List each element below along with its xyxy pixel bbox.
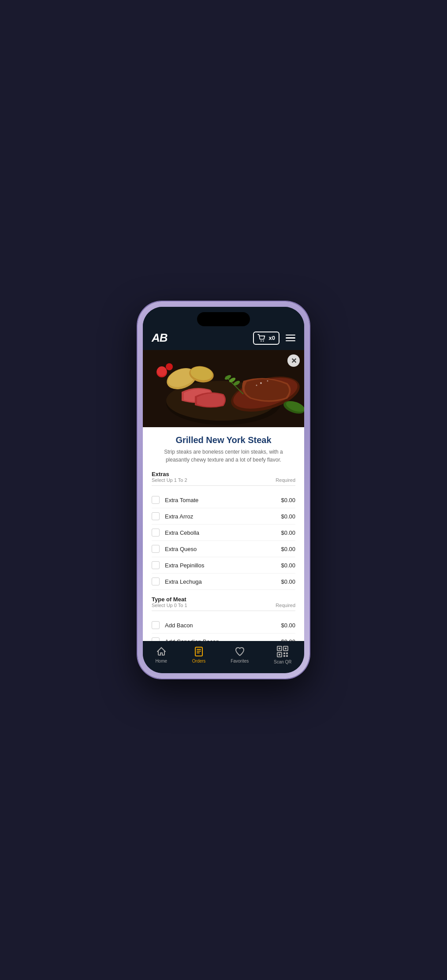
svg-point-19 xyxy=(267,380,268,382)
option-row: Add Canadian Bacon $0.00 xyxy=(152,633,295,641)
option-row: Extra Tomate $0.00 xyxy=(152,492,295,508)
home-icon xyxy=(156,646,167,657)
hamburger-line-1 xyxy=(286,335,295,336)
cart-icon xyxy=(257,334,266,342)
extras-subtitle-left: Select Up 1 To 2 xyxy=(152,477,187,483)
svg-rect-37 xyxy=(283,655,285,657)
option-row: Extra Lechuga $0.00 xyxy=(152,574,295,590)
extra-lechuga-checkbox[interactable] xyxy=(152,578,160,585)
add-bacon-1-price: $0.00 xyxy=(281,622,295,629)
svg-rect-36 xyxy=(286,652,288,654)
extra-tomate-label: Extra Tomate xyxy=(165,497,281,503)
extras-options-list: Extra Tomate $0.00 Extra Arroz $0.00 Ext… xyxy=(152,492,295,590)
svg-point-1 xyxy=(263,340,264,341)
hamburger-line-3 xyxy=(286,340,295,342)
svg-point-0 xyxy=(261,340,261,341)
meat-options-list: Add Bacon $0.00 Add Canadian Bacon $0.00… xyxy=(152,617,295,641)
svg-rect-35 xyxy=(283,652,285,654)
extra-tomate-price: $0.00 xyxy=(281,497,295,503)
cart-button[interactable]: x0 xyxy=(253,332,279,345)
meat-title: Type of Meat xyxy=(152,596,295,603)
svg-point-16 xyxy=(157,366,167,376)
add-bacon-1-checkbox[interactable] xyxy=(152,621,160,629)
nav-item-orders[interactable]: Orders xyxy=(192,646,206,663)
food-illustration xyxy=(143,350,304,427)
svg-point-20 xyxy=(256,385,257,386)
hamburger-menu[interactable] xyxy=(286,335,295,342)
extra-queso-label: Extra Queso xyxy=(165,546,281,552)
extra-tomate-checkbox[interactable] xyxy=(152,496,160,504)
extra-lechuga-price: $0.00 xyxy=(281,578,295,585)
home-label: Home xyxy=(155,659,167,663)
meat-section-header: Type of Meat Select Up 0 To 1 Required xyxy=(152,596,295,611)
extras-title: Extras xyxy=(152,471,295,477)
favorites-label: Favorites xyxy=(231,659,249,663)
svg-point-18 xyxy=(260,382,262,384)
option-row: Extra Queso $0.00 xyxy=(152,541,295,557)
extras-subtitle-right: Required xyxy=(276,477,295,483)
svg-rect-30 xyxy=(279,648,280,649)
extra-arroz-label: Extra Arroz xyxy=(165,513,281,520)
content-scroll-area[interactable]: Grilled New York Steak Strip steaks are … xyxy=(143,427,304,641)
svg-rect-34 xyxy=(279,654,280,656)
hamburger-line-2 xyxy=(286,337,295,339)
extra-lechuga-label: Extra Lechuga xyxy=(165,578,281,585)
orders-label: Orders xyxy=(192,659,206,663)
svg-rect-32 xyxy=(285,648,287,649)
extra-cebolla-label: Extra Cebolla xyxy=(165,529,281,536)
nav-right-group: x0 xyxy=(253,332,295,345)
extra-cebolla-checkbox[interactable] xyxy=(152,529,160,537)
extras-subtitle: Select Up 1 To 2 Required xyxy=(152,477,295,486)
option-row: Extra Arroz $0.00 xyxy=(152,508,295,525)
option-row: Extra Pepinillos $0.00 xyxy=(152,557,295,574)
meat-subtitle-left: Select Up 0 To 1 xyxy=(152,603,187,608)
favorites-icon xyxy=(235,646,245,657)
dynamic-island xyxy=(197,312,250,326)
phone-frame: AB x0 xyxy=(138,302,309,678)
svg-point-17 xyxy=(166,363,173,370)
extra-cebolla-price: $0.00 xyxy=(281,529,295,536)
extra-queso-price: $0.00 xyxy=(281,546,295,552)
scan-qr-label: Scan QR xyxy=(274,660,292,664)
meat-subtitle-right: Required xyxy=(276,603,295,608)
item-description: Strip steaks are boneless center loin st… xyxy=(152,448,295,464)
item-title: Grilled New York Steak xyxy=(152,435,295,445)
content-inner: Grilled New York Steak Strip steaks are … xyxy=(143,427,304,641)
meat-subtitle: Select Up 0 To 1 Required xyxy=(152,603,295,611)
nav-item-scan-qr[interactable]: Scan QR xyxy=(274,645,292,664)
phone-screen: AB x0 xyxy=(143,307,304,673)
extra-arroz-price: $0.00 xyxy=(281,513,295,520)
bottom-navigation: Home Orders Favorites xyxy=(143,641,304,673)
option-row: Extra Cebolla $0.00 xyxy=(152,525,295,541)
close-button[interactable]: ✕ xyxy=(287,354,300,367)
extra-arroz-checkbox[interactable] xyxy=(152,512,160,520)
extra-pepinillos-price: $0.00 xyxy=(281,562,295,569)
extra-queso-checkbox[interactable] xyxy=(152,545,160,553)
nav-item-favorites[interactable]: Favorites xyxy=(231,646,249,663)
food-image-section: ✕ xyxy=(143,350,304,427)
nav-item-home[interactable]: Home xyxy=(155,646,167,663)
add-bacon-1-label: Add Bacon xyxy=(165,622,281,629)
extra-pepinillos-label: Extra Pepinillos xyxy=(165,562,281,569)
app-logo: AB xyxy=(152,331,168,345)
option-row: Add Bacon $0.00 xyxy=(152,617,295,633)
svg-rect-38 xyxy=(286,655,288,657)
extras-section-header: Extras Select Up 1 To 2 Required xyxy=(152,471,295,486)
cart-count: x0 xyxy=(269,335,275,341)
qr-icon xyxy=(276,645,289,658)
extra-pepinillos-checkbox[interactable] xyxy=(152,561,160,569)
orders-icon xyxy=(194,646,204,657)
add-canadian-bacon-1-checkbox[interactable] xyxy=(152,637,160,641)
